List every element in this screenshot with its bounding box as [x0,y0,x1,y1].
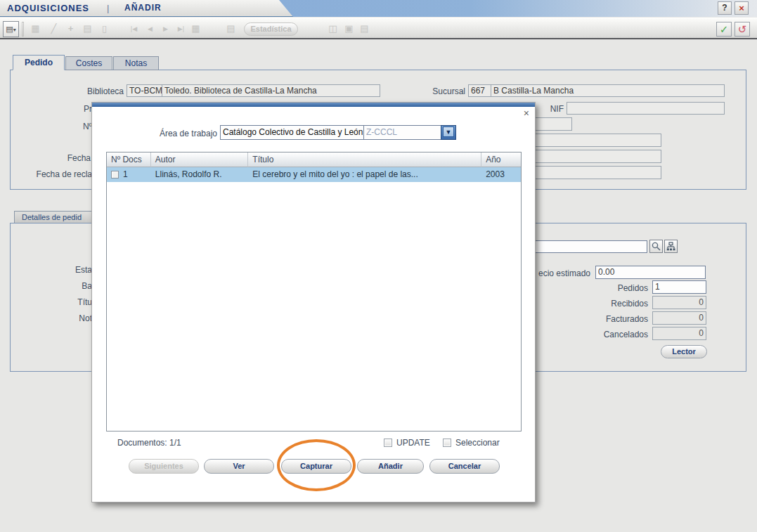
row-titulo: El cerebro y el mito del yo : el papel d… [248,167,481,182]
chevron-down-icon: ▼ [443,126,454,137]
title-separator: | [107,3,110,13]
fecha-reclamacion-label-partial: Fecha de recla [29,169,92,179]
table-row[interactable]: 1 Llinás, Rodolfo R. El cerebro y el mit… [107,167,521,182]
reset-icon[interactable]: ↺ [735,22,750,37]
dialog-close-icon[interactable]: × [524,108,529,118]
sucursal-label: Sucursal [423,86,465,96]
facturados-label: Facturados [592,314,648,324]
tab-pedido[interactable]: Pedido [13,55,65,70]
hierarchy-icon [666,242,675,251]
proveedor-label-partial: Pr [57,104,92,114]
menu-icon: ▤ [6,25,13,33]
notas-label-partial: Not [50,313,92,323]
numero-label-partial: Nº [57,122,92,131]
seleccionar-checkbox[interactable] [443,439,451,447]
tab-costes[interactable]: Costes [65,56,112,70]
siguientes-button: Siguientes [129,459,199,474]
toolbar: ▤▾ ▦ ╱ + ▤ ▯ |◀ ◀ ▶ ▶| ▦ ▤ Estadística ◫… [0,18,757,39]
column-header-autor[interactable]: Autor [151,153,249,167]
nif-label: NIF [541,104,564,114]
biblioteca-label: Biblioteca [75,86,124,96]
cancelados-label: Cancelados [592,330,648,339]
background-field-3[interactable] [532,166,661,179]
row-num: 1 [123,169,128,179]
nav-prev-icon: ◀ [143,22,157,37]
sucursal-name-field[interactable]: B Castilla-La Mancha [491,84,725,97]
area-trabajo-label: Área de trabajo [141,129,217,138]
recibidos-field: 0 [652,296,706,309]
camera-icon: ▣ [342,22,356,37]
toolbar-separator [22,22,24,37]
chevron-down-icon: ▾ [13,27,16,33]
area-trabajo-dropdown-button[interactable]: ▼ [441,125,456,140]
search-icon [652,242,661,251]
image-icon: ▦ [28,22,43,37]
column-header-num[interactable]: Nº Docs [107,153,151,167]
trash-icon: ▯ [97,22,112,37]
printer-icon: ▤ [224,22,238,37]
biblioteca-code-field[interactable]: TO-BCM [127,84,162,97]
nif-field[interactable] [567,102,725,115]
action-title: AÑADIR [124,3,162,13]
seleccionar-label: Seleccionar [455,438,500,448]
estadistica-button: Estadística [244,22,298,36]
ver-button[interactable]: Ver [204,459,274,474]
title-bar-blue-band [279,0,757,17]
pedidos-field[interactable]: 1 [652,280,706,294]
nav-first-icon: |◀ [127,22,141,37]
precio-estimado-label-partial: ecio estimado [538,268,590,278]
nav-last-icon: ▶| [174,22,188,37]
copy-icon: ◫ [325,22,340,37]
recibidos-label: Recibidos [592,299,648,309]
module-title: ADQUISICIONES [7,3,89,13]
menu-dropdown-button[interactable]: ▤▾ [3,21,19,37]
fecha-label-partial: Fecha [39,153,91,163]
results-table-header: Nº Docs Autor Título Año [107,153,521,167]
search-button[interactable] [649,240,663,253]
hierarchy-button[interactable] [664,240,678,253]
titulo-label-partial: Títu [50,297,92,307]
confirm-check-icon[interactable]: ✓ [716,22,732,37]
update-checkbox[interactable] [384,439,392,447]
row-anio: 2003 [481,167,521,182]
sucursal-code-field[interactable]: 667 [468,84,491,97]
results-table: Nº Docs Autor Título Año 1 Llinás, Rodol… [106,152,522,432]
window-close-button[interactable]: × [735,1,749,15]
row-checkbox[interactable] [111,171,119,179]
cancelados-field: 0 [652,327,706,340]
title-bar: ADQUISICIONES | AÑADIR ? × [0,0,757,17]
facturados-field: 0 [652,311,706,325]
background-field-small[interactable] [532,117,572,131]
lector-button[interactable]: Lector [661,345,707,358]
estado-label-partial: Esta [50,265,92,275]
background-field-2[interactable] [532,150,661,163]
column-header-anio[interactable]: Año [481,153,521,167]
column-header-titulo[interactable]: Título [248,153,481,167]
capture-dialog: × Área de trabajo Catálogo Colectivo de … [91,102,536,502]
tab-notas[interactable]: Notas [113,56,159,70]
document-icon: ▤ [80,22,95,37]
grid-icon: ▦ [188,22,203,37]
export-icon: ▤ [357,22,372,37]
application-window: ADQUISICIONES | AÑADIR ? × ▤▾ ▦ ╱ + ▤ ▯ … [0,0,757,532]
pencil-icon: ╱ [46,22,61,37]
area-trabajo-code-field[interactable]: Z-CCCL [363,125,441,140]
add-icon: + [63,22,78,37]
documentos-counter: Documentos: 1/1 [117,438,181,448]
capturar-button[interactable]: Capturar [281,459,351,474]
base-label-partial: Ba [50,281,92,291]
update-label: UPDATE [396,438,430,448]
biblioteca-name-field[interactable]: Toledo. Biblioteca de Castilla-La Mancha [162,84,380,97]
background-field-1[interactable] [532,134,661,147]
row-autor: Llinás, Rodolfo R. [151,167,249,182]
precio-estimado-field[interactable]: 0.00 [595,266,706,279]
anadir-button[interactable]: Añadir [357,459,424,474]
dialog-title-bar [92,103,535,107]
nav-next-icon: ▶ [158,22,173,37]
help-button[interactable]: ? [718,1,732,15]
area-trabajo-field[interactable]: Catálogo Colectivo de Castilla y León [220,125,364,140]
cancelar-button[interactable]: Cancelar [429,459,500,474]
pedidos-label: Pedidos [599,283,648,293]
